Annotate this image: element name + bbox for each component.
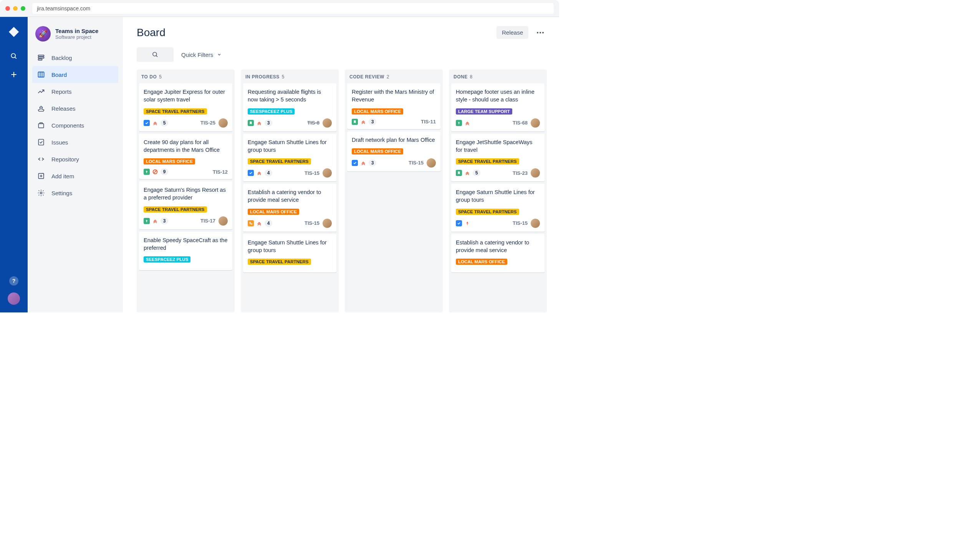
issue-key: TIS-12 xyxy=(213,169,228,175)
story-points-badge: 3 xyxy=(161,218,168,224)
issue-card[interactable]: Create 90 day plans for all departments … xyxy=(139,134,232,179)
epic-label: SPACE TRAVEL PARTNERS xyxy=(456,158,519,164)
issue-card[interactable]: Engage Saturn Shuttle Lines for group to… xyxy=(243,234,336,273)
sidebar-item-backlog[interactable]: Backlog xyxy=(32,49,118,66)
column-count: 5 xyxy=(159,74,162,80)
card-title: Engage Saturn Shuttle Lines for group to… xyxy=(248,239,332,254)
board-search-input[interactable] xyxy=(137,47,174,62)
column-to-do: TO DO 5Engage Jupiter Express for outer … xyxy=(137,70,235,312)
release-button[interactable]: Release xyxy=(497,26,528,39)
svg-point-0 xyxy=(11,53,15,58)
issue-key: TIS-15 xyxy=(305,170,319,176)
sidebar-item-label: Reports xyxy=(51,88,72,95)
issue-card[interactable]: Engage Jupiter Express for outer solar s… xyxy=(139,83,232,131)
sidebar-item-issues[interactable]: Issues xyxy=(32,134,118,151)
card-title: Register with the Mars Ministry of Reven… xyxy=(352,88,436,104)
project-type: Software project xyxy=(55,34,98,40)
assignee-avatar[interactable] xyxy=(427,158,436,168)
assignee-avatar[interactable] xyxy=(531,219,540,228)
issue-card[interactable]: Enable Speedy SpaceCraft as the preferre… xyxy=(139,232,232,271)
epic-label: SPACE TRAVEL PARTNERS xyxy=(144,108,207,115)
column-name: IN PROGRESS xyxy=(245,74,280,80)
improvement-type-icon xyxy=(144,169,150,175)
sidebar-item-components[interactable]: Components xyxy=(32,117,118,134)
chevron-down-icon xyxy=(217,52,222,57)
sidebar-item-label: Releases xyxy=(51,105,76,112)
epic-label: SPACE TRAVEL PARTNERS xyxy=(144,206,207,213)
issue-key: TIS-8 xyxy=(307,120,319,126)
issues-icon xyxy=(37,138,45,146)
issue-card[interactable]: Draft network plan for Mars OfficeLOCAL … xyxy=(347,131,440,171)
sidebar-item-label: Issues xyxy=(51,139,68,146)
story-type-icon xyxy=(456,170,462,176)
assignee-avatar[interactable] xyxy=(531,168,540,178)
help-button[interactable]: ? xyxy=(9,276,18,286)
card-title: Requesting available flights is now taki… xyxy=(248,88,332,104)
issue-card[interactable]: Engage Saturn's Rings Resort as a prefer… xyxy=(139,181,232,229)
improvement-type-icon xyxy=(144,218,150,224)
priority-highest-icon xyxy=(360,160,366,166)
issue-card[interactable]: Establish a catering vendor to provide m… xyxy=(243,184,336,232)
column-count: 5 xyxy=(282,74,285,80)
issue-key: TIS-17 xyxy=(200,218,215,224)
backlog-icon xyxy=(37,53,45,62)
sidebar-item-releases[interactable]: Releases xyxy=(32,100,118,117)
priority-highest-icon xyxy=(256,120,262,126)
card-title: Engage Saturn's Rings Resort as a prefer… xyxy=(144,186,228,202)
more-actions-button[interactable] xyxy=(534,29,547,37)
maximize-window-button[interactable] xyxy=(21,6,25,11)
epic-label: LOCAL MARS OFFICE xyxy=(352,148,403,154)
sidebar-item-board[interactable]: Board xyxy=(32,66,118,83)
global-search-button[interactable] xyxy=(6,48,22,64)
profile-avatar[interactable] xyxy=(8,292,20,305)
minimize-window-button[interactable] xyxy=(13,6,18,11)
epic-label: SEESPACEEZ PLUS xyxy=(248,108,295,115)
improvement-type-icon xyxy=(456,120,462,126)
jira-logo-icon[interactable] xyxy=(8,26,20,38)
card-title: Engage Saturn Shuttle Lines for group to… xyxy=(248,138,332,154)
column-done: DONE 8Homepage footer uses an inline sty… xyxy=(449,70,547,312)
card-title: Establish a catering vendor to provide m… xyxy=(456,239,540,254)
priority-highest-icon xyxy=(464,120,470,126)
card-title: Engage Saturn Shuttle Lines for group to… xyxy=(456,188,540,204)
issue-card[interactable]: Homepage footer uses an inline style - s… xyxy=(451,83,545,131)
sidebar-item-settings[interactable]: Settings xyxy=(32,184,118,201)
assignee-avatar[interactable] xyxy=(219,216,228,226)
card-title: Establish a catering vendor to provide m… xyxy=(248,188,332,204)
issue-card[interactable]: Engage JetShuttle SpaceWays for travelSP… xyxy=(451,134,545,182)
issue-card[interactable]: Engage Saturn Shuttle Lines for group to… xyxy=(451,184,545,232)
close-window-button[interactable] xyxy=(5,6,10,11)
sidebar-item-add-item[interactable]: Add item xyxy=(32,168,118,184)
global-create-button[interactable] xyxy=(6,67,22,82)
card-title: Homepage footer uses an inline style - s… xyxy=(456,88,540,104)
assignee-avatar[interactable] xyxy=(323,118,332,128)
issue-card[interactable]: Establish a catering vendor to provide m… xyxy=(451,234,545,273)
card-title: Engage JetShuttle SpaceWays for travel xyxy=(456,138,540,154)
assignee-avatar[interactable] xyxy=(531,118,540,128)
epic-label: LARGE TEAM SUPPORT xyxy=(456,108,512,115)
svg-rect-10 xyxy=(38,124,43,128)
column-header: TO DO 5 xyxy=(137,74,235,83)
quick-filters-dropdown[interactable]: Quick Filters xyxy=(181,51,222,58)
assignee-avatar[interactable] xyxy=(323,219,332,228)
svg-rect-5 xyxy=(38,57,44,58)
url-bar[interactable]: jira.teamsinspace.com xyxy=(32,3,554,14)
priority-blocker-icon xyxy=(152,169,158,175)
sidebar-item-repository[interactable]: Repository xyxy=(32,151,118,168)
issue-card[interactable]: Engage Saturn Shuttle Lines for group to… xyxy=(243,134,336,182)
issue-card[interactable]: Requesting available flights is now taki… xyxy=(243,83,336,131)
priority-highest-icon xyxy=(152,120,158,126)
board-icon xyxy=(37,70,45,79)
assignee-avatar[interactable] xyxy=(219,118,228,128)
sidebar-item-reports[interactable]: Reports xyxy=(32,83,118,100)
issue-card[interactable]: Register with the Mars Ministry of Reven… xyxy=(347,83,440,129)
ship-icon xyxy=(37,104,45,113)
svg-line-21 xyxy=(154,170,157,173)
project-header[interactable]: 🚀 Teams in Space Software project xyxy=(32,26,118,49)
story-points-badge: 4 xyxy=(265,220,272,227)
svg-rect-6 xyxy=(38,59,42,60)
assignee-avatar[interactable] xyxy=(323,168,332,178)
url-text: jira.teamsinspace.com xyxy=(37,5,90,12)
column-count: 2 xyxy=(387,74,389,80)
epic-label: SPACE TRAVEL PARTNERS xyxy=(248,158,311,164)
